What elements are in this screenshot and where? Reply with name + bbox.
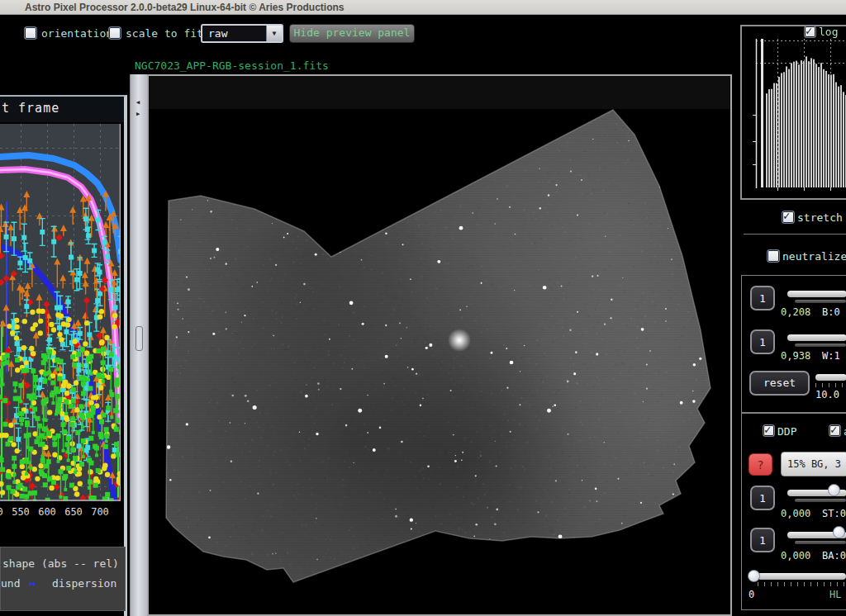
splitter-grip[interactable] xyxy=(135,326,143,351)
analysis-panel-title: t frame xyxy=(2,101,59,116)
legend-line-shape: shape (abs -- rel) xyxy=(2,557,119,570)
ddp-preset-field[interactable]: 15% BG, 3 s xyxy=(781,452,846,476)
scale-to-fit-checkbox[interactable] xyxy=(108,26,121,40)
reset-button[interactable]: reset xyxy=(749,371,810,396)
auto-checkbox[interactable]: ✓ xyxy=(829,424,841,437)
stretch-checkbox[interactable]: ✓ xyxy=(782,211,795,224)
chart-legend: shape (abs -- rel) und ↔ dispersion xyxy=(0,547,126,611)
x-tick-550: 550 xyxy=(8,506,33,518)
section-divider xyxy=(744,234,846,235)
stretch-factor-tag: ST:0 xyxy=(822,508,846,519)
highlights-max-label: HL xyxy=(829,589,841,600)
base-slider-handle[interactable] xyxy=(833,526,845,538)
scale-to-fit-label: scale to fit xyxy=(126,27,203,40)
reset-slider-value: 10.0 xyxy=(815,389,839,400)
highlights-slider-ruler xyxy=(758,582,846,586)
collapse-right-icon[interactable]: ▶ xyxy=(136,111,140,117)
white-point-slider[interactable] xyxy=(787,334,846,341)
stretch-label: stretch xyxy=(797,211,843,224)
quality-scatter-chart-canvas xyxy=(0,124,121,501)
ddp-label: DDP xyxy=(777,425,796,438)
help-button[interactable]: ? xyxy=(749,453,772,476)
chevron-down-icon[interactable]: ▼ xyxy=(266,26,282,41)
dispersion-arrow-icon: ↔ xyxy=(29,576,36,590)
highlights-slider[interactable] xyxy=(758,573,846,580)
log-label: log xyxy=(819,26,838,38)
reset-slider-ruler xyxy=(815,383,846,387)
stretch-factor-slider-fill xyxy=(795,499,846,502)
highlights-slider-handle[interactable] xyxy=(748,570,760,582)
loaded-file-name: NGC7023_APP-RGB-session_1.fits xyxy=(135,59,329,72)
image-preview-panel[interactable] xyxy=(147,74,732,616)
legend-dispersion-label: dispersion xyxy=(52,577,116,590)
stretch-factor-step-button[interactable]: 1 xyxy=(750,486,775,510)
base-slider-fill xyxy=(795,541,846,544)
preview-image-canvas[interactable] xyxy=(149,76,730,614)
base-value: 0,000 xyxy=(781,550,810,562)
neutralize-bg-label: neutralize-B xyxy=(782,250,846,263)
x-tick-650: 650 xyxy=(61,506,86,518)
black-point-step-button[interactable]: 1 xyxy=(750,286,775,310)
orientation-label: orientation xyxy=(41,27,112,40)
white-point-slider-fill xyxy=(795,344,846,347)
x-tick-700: 700 xyxy=(88,506,112,518)
check-icon: ✓ xyxy=(806,24,812,37)
orientation-checkbox[interactable] xyxy=(24,26,37,40)
display-mode-dropdown[interactable]: raw ▼ xyxy=(201,24,283,43)
check-icon: ✓ xyxy=(783,209,790,222)
analysis-panel-title-bar: t frame xyxy=(0,97,124,122)
collapse-left-icon[interactable]: ◀ xyxy=(136,99,140,106)
black-point-slider-fill xyxy=(795,300,846,303)
stretch-factor-slider-handle[interactable] xyxy=(828,484,840,496)
window-title: Astro Pixel Processor 2.0.0-beta29 Linux… xyxy=(25,2,345,13)
histogram-canvas xyxy=(742,26,846,198)
frame-analysis-panel: t frame 500 550 600 650 700 shape (abs -… xyxy=(0,95,127,616)
black-point-slider[interactable] xyxy=(787,291,846,297)
log-checkbox[interactable]: ✓ xyxy=(804,26,816,38)
hide-preview-panel-button[interactable]: Hide preview panel xyxy=(289,24,415,43)
check-icon: ✓ xyxy=(830,423,837,436)
x-tick-600: 600 xyxy=(35,506,59,518)
x-tick-500: 500 xyxy=(0,506,7,518)
display-mode-value: raw xyxy=(208,27,227,40)
white-point-value: 0,938 xyxy=(781,350,810,362)
legend-line-background: und xyxy=(1,577,20,590)
base-step-button[interactable]: 1 xyxy=(750,528,775,552)
panel-splitter[interactable]: ◀ ▶ xyxy=(130,74,148,616)
highlights-min-label: 0 xyxy=(749,589,754,600)
white-point-step-button[interactable]: 1 xyxy=(750,329,775,354)
black-point-value: 0,208 xyxy=(781,306,810,318)
ddp-checkbox[interactable]: ✓ xyxy=(763,424,775,437)
reset-slider[interactable] xyxy=(815,374,846,381)
stretch-factor-value: 0,000 xyxy=(781,508,810,519)
white-point-tag: W:1 xyxy=(822,350,840,362)
black-point-tag: B:0 xyxy=(822,306,840,318)
base-tag: BA:0 xyxy=(822,550,846,562)
check-icon: ✓ xyxy=(764,423,771,436)
neutralize-bg-checkbox[interactable] xyxy=(767,249,780,263)
window-title-bar: Astro Pixel Processor 2.0.0-beta29 Linux… xyxy=(0,0,846,15)
